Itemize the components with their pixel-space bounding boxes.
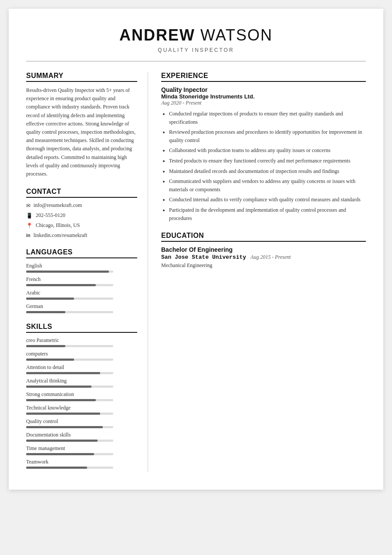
skill-name: Teamwork <box>26 459 137 465</box>
skill-bar-bg <box>26 440 113 442</box>
skill-bar-bg <box>26 467 113 469</box>
contact-linkedin: in linkedin.com/resumekraft <box>26 232 137 239</box>
skill-item: Technical knowledge <box>26 405 137 415</box>
skill-bar-fill <box>26 399 96 401</box>
language-name: English <box>26 263 137 269</box>
skill-name: Technical knowledge <box>26 405 137 411</box>
language-bar-fill <box>26 298 74 300</box>
language-bar-bg <box>26 298 113 300</box>
skill-name: Strong communication <box>26 391 137 398</box>
language-item: Arabic <box>26 290 137 300</box>
contact-location: 📍 Chicago, Illinois, US <box>26 222 137 229</box>
education-list: Bachelor Of Engineering San Jose State U… <box>161 246 366 269</box>
edu-school-line: San Jose State University Aug 2015 - Pre… <box>161 254 366 261</box>
job-bullets-list: Conducted regular inspections of product… <box>161 110 366 222</box>
skill-bar-fill <box>26 345 65 347</box>
job-dates: Aug 2020 - Present <box>161 100 366 106</box>
languages-section-title: LANGUAGES <box>26 248 137 258</box>
language-bar-fill <box>26 311 65 313</box>
skill-bar-bg <box>26 426 113 428</box>
linkedin-icon: in <box>26 233 30 238</box>
resume-document: ANDREW WATSON QUALITY INSPECTOR SUMMARY … <box>9 9 383 490</box>
language-bar-bg <box>26 271 113 273</box>
skill-item: Time management <box>26 445 137 455</box>
language-bar-bg <box>26 311 113 313</box>
contact-email-text: info@resumekraft.com <box>34 202 82 209</box>
summary-section-title: SUMMARY <box>26 72 137 82</box>
skill-bar-bg <box>26 453 113 455</box>
skill-bar-fill <box>26 453 94 455</box>
skill-item: computers <box>26 351 137 361</box>
skill-bar-bg <box>26 372 113 374</box>
right-column: EXPERIENCE Quality Inpector Minda Stoner… <box>161 72 366 472</box>
last-name: WATSON <box>200 26 273 44</box>
skill-name: Analytical thinking <box>26 378 137 384</box>
edu-field: Mechanical Engineering <box>161 262 366 269</box>
skill-bar-bg <box>26 345 113 347</box>
language-item: German <box>26 303 137 313</box>
skill-name: computers <box>26 351 137 357</box>
job-bullet: Conducted regular inspections of product… <box>169 110 366 126</box>
skill-name: creo Parametric <box>26 337 137 344</box>
skill-item: Quality control <box>26 418 137 428</box>
education-entry: Bachelor Of Engineering San Jose State U… <box>161 246 366 269</box>
language-name: German <box>26 303 137 310</box>
skill-item: Strong communication <box>26 391 137 401</box>
resume-header: ANDREW WATSON QUALITY INSPECTOR <box>26 26 366 61</box>
resume-body: SUMMARY Results-driven Quality Inspector… <box>26 72 366 472</box>
skill-bar-fill <box>26 467 87 469</box>
job-bullet: Participated in the development and impl… <box>169 206 366 222</box>
edu-degree: Bachelor Of Engineering <box>161 246 366 253</box>
skill-bar-fill <box>26 440 98 442</box>
skill-bar-fill <box>26 372 100 374</box>
language-name: French <box>26 276 137 283</box>
contact-linkedin-text: linkedin.com/resumekraft <box>34 232 88 239</box>
job-bullet: Reviewed production processes and proced… <box>169 128 366 144</box>
skill-name: Quality control <box>26 418 137 425</box>
job-title: Quality Inpector <box>161 86 366 93</box>
skill-name: Documentation skills <box>26 432 137 438</box>
skill-bar-bg <box>26 359 113 361</box>
language-bar-fill <box>26 271 109 273</box>
experience-list: Quality Inpector Minda Stoneridge Instru… <box>161 86 366 222</box>
skill-name: Time management <box>26 445 137 452</box>
skill-item: Teamwork <box>26 459 137 469</box>
job-title-header: QUALITY INSPECTOR <box>26 47 366 53</box>
job-bullet: Collaborated with production teams to ad… <box>169 146 366 155</box>
edu-school: San Jose State University <box>161 254 246 261</box>
skills-list: creo Parametric computers Attention to d… <box>26 337 137 469</box>
contact-phone: 📱 202-555-0120 <box>26 212 137 219</box>
skill-item: Documentation skills <box>26 432 137 442</box>
contact-section-title: CONTACT <box>26 188 137 198</box>
contact-phone-text: 202-555-0120 <box>36 212 65 219</box>
phone-icon: 📱 <box>26 213 33 219</box>
skill-item: Attention to detail <box>26 364 137 374</box>
skill-bar-fill <box>26 413 100 415</box>
contact-list: ✉ info@resumekraft.com 📱 202-555-0120 📍 … <box>26 202 137 239</box>
contact-location-text: Chicago, Illinois, US <box>36 222 80 229</box>
skill-bar-bg <box>26 386 113 388</box>
job-bullet: Maintained detailed records and document… <box>169 167 366 176</box>
skill-name: Attention to detail <box>26 364 137 371</box>
full-name: ANDREW WATSON <box>26 26 366 44</box>
language-name: Arabic <box>26 290 137 296</box>
skill-bar-bg <box>26 413 113 415</box>
education-section-title: EDUCATION <box>161 232 366 242</box>
skill-item: creo Parametric <box>26 337 137 347</box>
experience-section-title: EXPERIENCE <box>161 72 366 82</box>
language-bar-fill <box>26 284 96 286</box>
skill-bar-fill <box>26 426 103 428</box>
skill-bar-fill <box>26 386 91 388</box>
skills-section-title: SKILLS <box>26 323 137 333</box>
languages-list: English French Arabic German <box>26 263 137 313</box>
first-name: ANDREW <box>119 26 195 44</box>
skill-bar-fill <box>26 359 74 361</box>
job-bullet: Communicated with suppliers and vendors … <box>169 177 366 193</box>
contact-email: ✉ info@resumekraft.com <box>26 202 137 209</box>
left-column: SUMMARY Results-driven Quality Inspector… <box>26 72 148 472</box>
summary-text: Results-driven Quality Inspector with 5+… <box>26 86 137 178</box>
company-name: Minda Stoneridge Instruments Ltd. <box>161 93 366 100</box>
skill-bar-bg <box>26 399 113 401</box>
edu-dates: Aug 2015 - Present <box>250 254 291 261</box>
language-item: English <box>26 263 137 273</box>
